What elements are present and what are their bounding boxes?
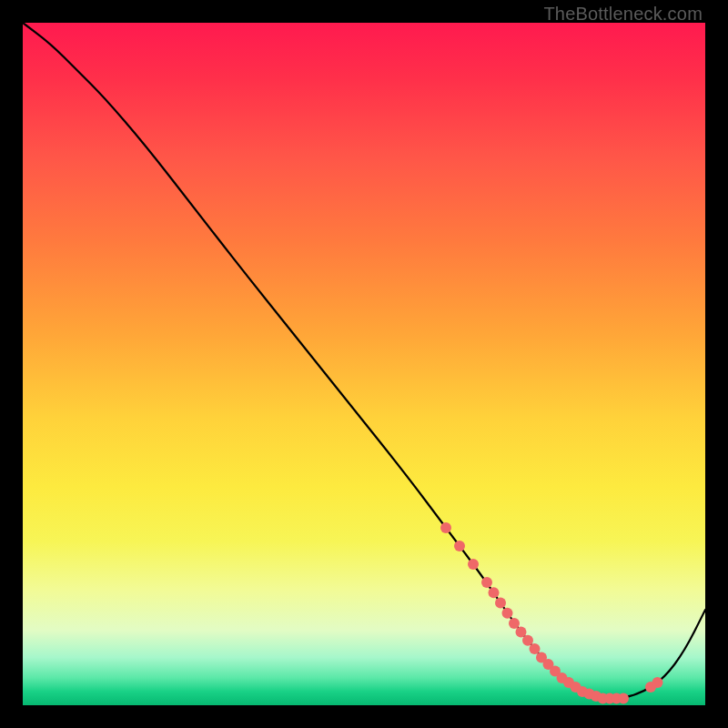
marker-dot (652, 677, 663, 688)
marker-dot (489, 587, 500, 598)
marker-dot (454, 541, 465, 551)
marker-dot (468, 559, 479, 570)
curve-svg (23, 23, 705, 705)
marker-dot (495, 598, 506, 609)
marker-dot (618, 693, 629, 704)
marker-dot (516, 626, 527, 637)
marker-dot (481, 577, 492, 588)
marker-dot (522, 635, 533, 646)
marker-dot (509, 618, 520, 629)
chart-frame: TheBottleneck.com (0, 0, 728, 728)
marker-dot (502, 608, 513, 619)
bottom-markers (440, 522, 663, 704)
marker-dot (440, 522, 451, 533)
plot-area (23, 23, 705, 705)
bottleneck-curve (23, 23, 705, 699)
watermark-text: TheBottleneck.com (543, 4, 703, 25)
marker-dot (530, 643, 541, 654)
